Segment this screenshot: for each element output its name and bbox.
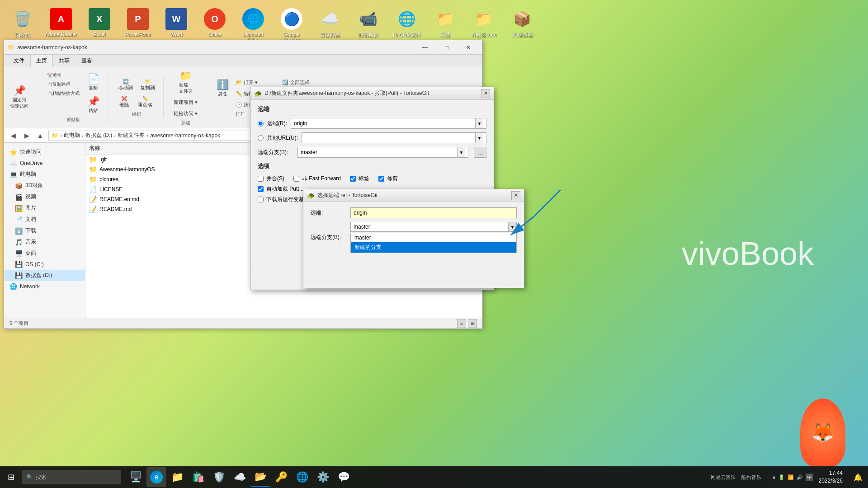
explorer-taskbar-btn[interactable]: 📂 — [250, 467, 270, 487]
desktop-icon-breakthrough[interactable]: 📁 突破 — [427, 5, 463, 42]
wechat-taskbar-btn[interactable]: 💬 — [334, 467, 354, 487]
copy-btn[interactable]: 📄 复制 — [84, 71, 102, 93]
search-placeholder: 搜索 — [36, 474, 47, 481]
settings-taskbar-btn[interactable]: ⚙️ — [313, 467, 333, 487]
sidebar-item-music[interactable]: 🎵 音乐 — [4, 236, 85, 248]
new-folder-btn[interactable]: 📁 新建文件夹 — [176, 68, 195, 96]
sidebar-item-images[interactable]: 🖼️ 图片 — [4, 202, 85, 214]
merge-checkbox[interactable] — [258, 176, 264, 182]
tab-view[interactable]: 查看 — [75, 55, 98, 66]
desktop-icon-3d[interactable]: 📦 3D建模器 — [504, 5, 540, 42]
kleopatra-taskbar-btn[interactable]: 🔑 — [271, 467, 291, 487]
ref-branch-select[interactable]: master ▼ — [350, 222, 517, 232]
copy-path-btn[interactable]: 📋 复制路径 — [44, 80, 82, 89]
paste-shortcut-btn[interactable]: 📋 粘贴快捷方式 — [44, 89, 82, 98]
branch-input[interactable]: master ▼ — [297, 147, 468, 158]
other-url-input[interactable]: ▼ — [302, 132, 486, 143]
prune-checkbox-row: 修剪 — [378, 175, 398, 183]
ref-remote-input[interactable] — [350, 207, 517, 218]
tab-share[interactable]: 共享 — [53, 55, 75, 66]
list-view-btn[interactable]: ≡ — [457, 319, 466, 328]
open-group-label: 打开 — [236, 111, 245, 117]
tab-home[interactable]: 主页 — [30, 55, 53, 66]
sidebar-item-datad[interactable]: 💾 数据盘 (D:) — [4, 270, 85, 281]
branch-dropdown-btn[interactable]: ▼ — [457, 147, 465, 157]
grid-view-btn[interactable]: ⊞ — [468, 319, 477, 328]
desktop-icon-tencent[interactable]: 📹 腾讯会议 — [350, 5, 387, 42]
sidebar-item-desktop[interactable]: 🖥️ 桌面 — [4, 248, 85, 259]
desktop-icon-powerpoint[interactable]: P PowerPoint — [120, 5, 156, 41]
dropdown-item-master[interactable]: master — [351, 233, 516, 242]
desktop-icon-baidu[interactable]: ☁️ 百度网盘 — [312, 5, 348, 42]
non-fast-forward-checkbox[interactable] — [293, 176, 299, 182]
back-button[interactable]: ◀ — [8, 130, 19, 141]
minimize-button[interactable]: — — [415, 41, 435, 54]
tab-file[interactable]: 文件 — [8, 55, 30, 66]
sidebar-item-3dobjects[interactable]: 📦 3D对象 — [4, 180, 85, 191]
branch-more-btn[interactable]: … — [474, 147, 486, 158]
up-button[interactable]: ▲ — [35, 130, 46, 141]
maximize-button[interactable]: □ — [436, 41, 457, 54]
notification-btn[interactable]: 🔔 — [848, 467, 868, 487]
properties-btn[interactable]: ℹ️ 属性 — [213, 77, 231, 110]
desktop-icon-excel[interactable]: X Excel — [81, 5, 118, 41]
titlebar-left: 📁 awesome-harmony-os-kapok — [8, 44, 87, 51]
desktop-icon-code[interactable]: 📁 节旺盛code — [466, 5, 502, 42]
sidebar-item-documents[interactable]: 📄 文档 — [4, 214, 85, 225]
rename-btn[interactable]: ✏️重命名 — [135, 94, 156, 110]
start-button[interactable]: ⊞ — [0, 466, 22, 488]
run-rebase-checkbox[interactable] — [258, 197, 264, 202]
remote-dropdown-btn[interactable]: ▼ — [475, 118, 483, 128]
paste-btn[interactable]: 📌 粘贴 — [84, 94, 102, 116]
dropdown-item-newbranch[interactable]: 新建的分支 — [351, 242, 516, 253]
onedrive-taskbar-btn[interactable]: ☁️ — [230, 467, 250, 487]
store-taskbar-btn[interactable]: 🛍️ — [188, 467, 208, 487]
desktop-icon-office[interactable]: O Office — [197, 5, 233, 41]
folder-taskbar-btn[interactable]: 📁 — [167, 467, 187, 487]
move-to-btn[interactable]: ➡️移动到 — [115, 77, 136, 93]
taskbar-time: 17:44 2022/3/26 — [819, 469, 843, 485]
download-icon: ⬇️ — [15, 227, 23, 235]
other-url-radio[interactable] — [258, 135, 264, 141]
sidebar-item-osc[interactable]: 💾 OS (C:) — [4, 259, 85, 270]
sidebar-item-videos[interactable]: 🎬 视频 — [4, 191, 85, 202]
auto-putty-checkbox[interactable] — [258, 186, 264, 192]
file-explorer-titlebar: 📁 awesome-harmony-os-kapok — □ ✕ — [4, 40, 482, 55]
desktop-icon-recycle-bin[interactable]: 🗑️ 回收站 — [5, 5, 41, 42]
desktop-icon-word[interactable]: W Word — [158, 5, 194, 41]
remote-value: origin — [294, 120, 475, 127]
branch-select-arrow[interactable]: ▼ — [508, 222, 516, 231]
prune-checkbox[interactable] — [378, 176, 384, 182]
pull-dialog-close[interactable]: ✕ — [481, 89, 490, 98]
easy-access-btn[interactable]: 轻松访问 ▾ — [171, 108, 200, 119]
remote-radio-row: 远端(R): origin ▼ — [258, 118, 486, 129]
ref-remote-row: 远端: — [311, 207, 517, 218]
pin-quick-access-btn[interactable]: 📌 固定到快速访问 — [8, 83, 31, 111]
new-item-btn[interactable]: 新建项目 ▾ — [171, 97, 200, 108]
sidebar-item-downloads[interactable]: ⬇️ 下载 — [4, 225, 85, 236]
taskbar-search[interactable]: 🔍 搜索 — [22, 470, 121, 484]
select-all-btn[interactable]: ☑️ 全部选择 — [279, 77, 312, 88]
sidebar-item-thispc[interactable]: 💻 此电脑 — [4, 169, 85, 180]
sidebar-item-network[interactable]: 🌐 Network — [4, 281, 85, 292]
open-btn[interactable]: 📂 打开 ▾ — [233, 77, 266, 88]
remote-radio[interactable] — [258, 121, 264, 127]
close-button[interactable]: ✕ — [458, 41, 479, 54]
edge-taskbar-btn[interactable]: e — [146, 467, 166, 487]
folder-title-icon: 📁 — [8, 44, 14, 51]
delete-btn[interactable]: ❌删除 — [115, 94, 133, 110]
remote-input[interactable]: origin ▼ — [291, 118, 486, 129]
copy-to-btn[interactable]: 📁复制到 — [137, 77, 158, 93]
sidebar-item-quickaccess[interactable]: ⭐ 快速访问 — [4, 146, 85, 158]
tags-checkbox[interactable] — [350, 176, 356, 182]
edge2-taskbar-btn[interactable]: 🌐 — [292, 467, 312, 487]
task-view-btn[interactable]: 🖥️ — [126, 467, 146, 487]
sidebar-item-onedrive[interactable]: ☁️ OneDrive — [4, 158, 85, 169]
hidden-icons-btn[interactable]: ∧ — [772, 474, 776, 480]
other-url-dropdown-btn[interactable]: ▼ — [475, 133, 483, 143]
pcmanager-taskbar-btn[interactable]: 🛡️ — [209, 467, 229, 487]
ime-icon[interactable]: 中 — [806, 474, 813, 481]
cut-btn[interactable]: ✂️ 剪切 — [44, 71, 82, 80]
ref-dialog-close[interactable]: ✕ — [511, 191, 520, 200]
forward-button[interactable]: ▶ — [21, 130, 32, 141]
